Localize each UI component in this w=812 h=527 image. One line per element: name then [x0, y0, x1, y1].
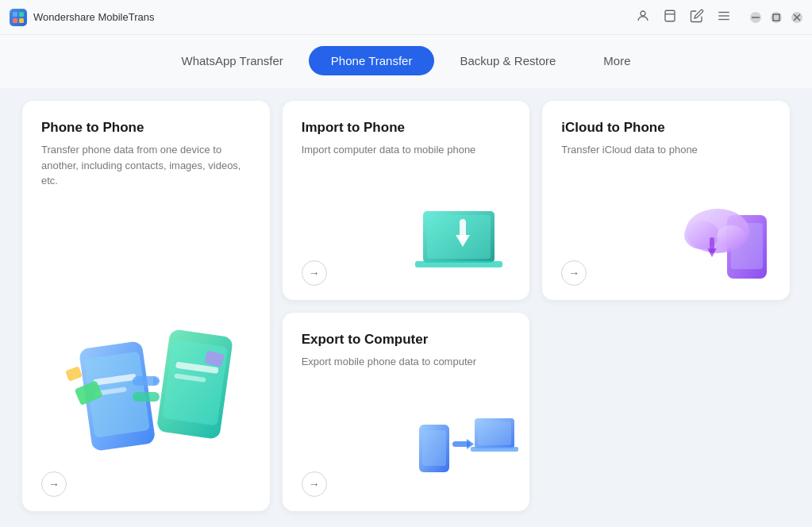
svg-rect-27	[65, 366, 83, 381]
svg-rect-42	[422, 430, 446, 466]
user-icon[interactable]	[636, 9, 650, 25]
svg-rect-20	[162, 340, 228, 426]
card-phone-to-phone-title: Phone to Phone	[41, 120, 251, 136]
maximize-button[interactable]	[771, 12, 782, 23]
svg-rect-5	[665, 10, 675, 21]
app-title: Wondershare MobileTrans	[33, 11, 154, 23]
icloud-illustration	[668, 191, 779, 286]
card-phone-to-phone-arrow[interactable]: →	[41, 471, 67, 497]
nav-whatsapp-transfer[interactable]: WhatsApp Transfer	[159, 46, 305, 75]
nav-more[interactable]: More	[581, 46, 652, 75]
menu-icon[interactable]	[717, 9, 731, 25]
card-import-to-phone[interactable]: Import to Phone Import computer data to …	[283, 101, 530, 300]
titlebar-controls	[636, 9, 802, 25]
minimize-button[interactable]	[750, 12, 761, 23]
svg-rect-31	[415, 261, 502, 267]
svg-rect-46	[478, 421, 511, 445]
window-buttons[interactable]	[750, 12, 802, 23]
import-illustration	[407, 195, 518, 286]
svg-point-4	[641, 11, 645, 16]
card-phone-to-phone[interactable]: Phone to Phone Transfer phone data from …	[22, 101, 270, 511]
nav-phone-transfer[interactable]: Phone Transfer	[309, 46, 435, 75]
svg-rect-11	[773, 14, 779, 21]
card-export-title: Export to Computer	[302, 332, 511, 348]
app-icon	[10, 9, 27, 26]
export-illustration	[407, 406, 518, 497]
edit-icon[interactable]	[690, 9, 704, 25]
svg-point-38	[717, 225, 745, 248]
card-import-title: Import to Phone	[302, 120, 511, 136]
titlebar: Wondershare MobileTrans	[0, 0, 812, 35]
card-export-arrow[interactable]: →	[302, 471, 327, 497]
phone-to-phone-illustration	[59, 321, 233, 467]
nav-backup-restore[interactable]: Backup & Restore	[437, 46, 578, 75]
svg-rect-0	[13, 12, 17, 17]
svg-rect-3	[19, 18, 24, 23]
card-export-to-computer[interactable]: Export to Computer Export mobile phone d…	[283, 313, 530, 512]
titlebar-left: Wondershare MobileTrans	[10, 9, 154, 26]
main-content: Phone to Phone Transfer phone data from …	[0, 88, 812, 527]
card-icloud-arrow[interactable]: →	[561, 260, 587, 286]
navbar: WhatsApp Transfer Phone Transfer Backup …	[0, 35, 812, 88]
card-icloud-title: iCloud to Phone	[561, 120, 771, 136]
svg-rect-1	[19, 12, 24, 17]
close-button[interactable]	[791, 12, 802, 23]
svg-rect-2	[13, 18, 17, 23]
svg-rect-47	[471, 447, 518, 452]
bookmark-icon[interactable]	[663, 9, 677, 25]
card-import-arrow[interactable]: →	[302, 260, 327, 286]
cards-grid: Phone to Phone Transfer phone data from …	[22, 101, 790, 511]
card-icloud-to-phone[interactable]: iCloud to Phone Transfer iCloud data to …	[542, 101, 790, 300]
